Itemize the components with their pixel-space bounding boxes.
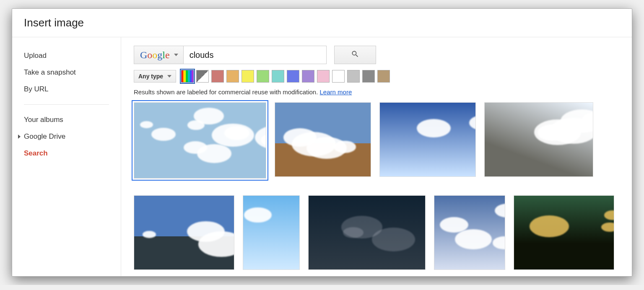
search-provider-dropdown[interactable]: Google bbox=[134, 46, 184, 64]
type-filter-label: Any type bbox=[138, 73, 163, 80]
sidebar-item-label: Google Drive bbox=[24, 132, 65, 141]
color-swatch-red[interactable] bbox=[211, 70, 224, 83]
color-swatch-light-gray[interactable] bbox=[347, 70, 360, 83]
results-note: Results shown are labeled for commercial… bbox=[134, 88, 619, 96]
image-result[interactable] bbox=[434, 195, 505, 270]
sidebar-item-by-url[interactable]: By URL bbox=[12, 81, 121, 98]
color-swatch-dark-gray[interactable] bbox=[362, 70, 375, 83]
color-swatch-green[interactable] bbox=[257, 70, 269, 83]
search-button[interactable] bbox=[334, 46, 376, 64]
image-result[interactable] bbox=[134, 195, 234, 270]
sidebar-divider bbox=[24, 104, 109, 105]
color-swatch-teal[interactable] bbox=[272, 70, 284, 83]
type-filter-dropdown[interactable]: Any type bbox=[134, 70, 176, 83]
image-result[interactable] bbox=[379, 102, 476, 177]
image-result[interactable] bbox=[308, 195, 426, 270]
disclosure-triangle-icon bbox=[18, 135, 21, 139]
sidebar-item-google-drive[interactable]: Google Drive bbox=[12, 128, 121, 145]
sidebar-item-label: Your albums bbox=[24, 116, 63, 124]
image-result[interactable] bbox=[134, 102, 266, 179]
learn-more-link[interactable]: Learn more bbox=[320, 88, 352, 96]
color-swatch-yellow[interactable] bbox=[242, 70, 254, 83]
image-result[interactable] bbox=[275, 102, 371, 177]
color-swatch-purple[interactable] bbox=[302, 70, 314, 83]
color-swatch-pink[interactable] bbox=[317, 70, 330, 83]
color-swatch-full-color[interactable] bbox=[181, 70, 194, 83]
sidebar-item-label: By URL bbox=[24, 85, 49, 93]
chevron-down-icon bbox=[167, 75, 171, 78]
sidebar-item-label: Search bbox=[24, 149, 48, 158]
dialog-title: Insert image bbox=[12, 9, 632, 37]
sidebar-item-label: Upload bbox=[24, 52, 47, 60]
chevron-down-icon bbox=[174, 54, 178, 56]
insert-image-dialog: Insert image UploadTake a snapshotBy URL… bbox=[12, 8, 632, 277]
sidebar-item-label: Take a snapshot bbox=[24, 68, 76, 77]
color-swatch-white[interactable] bbox=[332, 70, 345, 83]
search-icon bbox=[351, 50, 359, 60]
main-panel: Google Any type bbox=[121, 37, 632, 276]
color-swatch-black-and-white[interactable] bbox=[196, 70, 209, 83]
image-result[interactable] bbox=[514, 195, 614, 270]
color-swatch-blue[interactable] bbox=[287, 70, 299, 83]
color-swatch-brown[interactable] bbox=[377, 70, 390, 83]
sidebar-item-your-albums[interactable]: Your albums bbox=[12, 111, 121, 128]
sidebar: UploadTake a snapshotBy URL Your albumsG… bbox=[12, 37, 121, 276]
sidebar-item-take-a-snapshot[interactable]: Take a snapshot bbox=[12, 64, 121, 81]
color-swatch-orange[interactable] bbox=[226, 70, 239, 83]
sidebar-item-search[interactable]: Search bbox=[12, 145, 121, 162]
google-logo: Google bbox=[140, 49, 170, 61]
search-input[interactable] bbox=[184, 46, 326, 64]
image-result[interactable] bbox=[484, 102, 593, 177]
sidebar-item-upload[interactable]: Upload bbox=[12, 47, 121, 64]
image-result[interactable] bbox=[243, 195, 300, 270]
search-combo: Google bbox=[134, 46, 327, 64]
